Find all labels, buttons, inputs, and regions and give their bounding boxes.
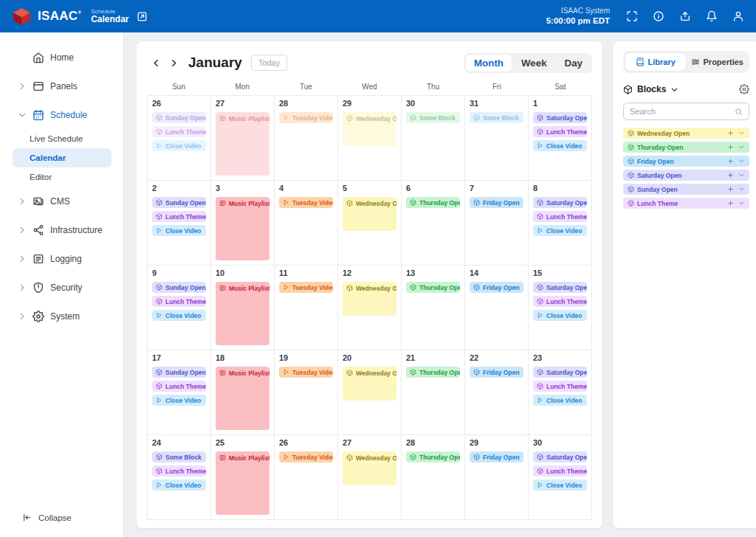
tab-library[interactable]: Library [625, 53, 686, 71]
calendar-day-cell[interactable]: 13Thursday Open [402, 266, 465, 350]
calendar-day-cell[interactable]: 10Music Playlist [211, 266, 275, 350]
event-chip-lunch-theme[interactable]: Lunch Theme [533, 211, 587, 222]
view-month-button[interactable]: Month [466, 55, 512, 72]
calendar-day-cell[interactable]: 29Wednesday Open [338, 96, 402, 181]
event-chip-close-video[interactable]: Close Video [533, 225, 587, 236]
calendar-day-cell[interactable]: 14Friday Open [465, 266, 529, 350]
calendar-day-cell[interactable]: 26Tuesday Video [275, 435, 338, 520]
expand-block-chevron-down-icon[interactable] [738, 186, 745, 193]
sidebar-item-panels[interactable]: Panels [0, 72, 123, 100]
search-input[interactable] [630, 107, 735, 116]
calendar-day-cell[interactable]: 17Sunday OpenLunch ThemeClose Video [148, 350, 211, 435]
calendar-day-cell[interactable]: 21Thursday Open [402, 350, 465, 435]
calendar-day-cell[interactable]: 20Wednesday Open [338, 350, 402, 435]
calendar-day-cell[interactable]: 26Sunday OpenLunch ThemeClose Video [148, 96, 211, 181]
sidebar-item-system[interactable]: System [0, 302, 123, 330]
calendar-day-cell[interactable]: 1Saturday OpenLunch ThemeClose Video [529, 96, 592, 181]
calendar-day-cell[interactable]: 2Sunday OpenLunch ThemeClose Video [148, 181, 211, 266]
add-block-plus-icon[interactable] [727, 130, 734, 136]
event-chip-lunch-theme[interactable]: Lunch Theme [152, 296, 206, 307]
calendar-day-cell[interactable]: 18Music Playlist [211, 350, 275, 435]
sidebar-item-cms[interactable]: CMS [0, 187, 123, 215]
sidebar-item-schedule[interactable]: Schedule [0, 100, 123, 129]
sidebar-subitem-editor[interactable]: Editor [0, 167, 123, 187]
expand-block-chevron-down-icon[interactable] [738, 172, 745, 179]
expand-block-chevron-down-icon[interactable] [738, 144, 745, 150]
library-block-lunch-theme[interactable]: Lunch Theme [623, 198, 749, 209]
event-chip-tuesday-video[interactable]: Tuesday Video [279, 112, 333, 123]
expand-block-chevron-down-icon[interactable] [738, 158, 745, 164]
view-week-button[interactable]: Week [513, 55, 555, 72]
event-chip-tuesday-video[interactable]: Tuesday Video [279, 282, 333, 293]
calendar-day-cell[interactable]: 27Wednesday Open [338, 435, 402, 520]
event-chip-wednesday-open[interactable]: Wednesday Open [343, 282, 396, 316]
add-block-plus-icon[interactable] [727, 186, 734, 193]
info-icon[interactable] [653, 10, 664, 22]
library-block-wednesday-open[interactable]: Wednesday Open [623, 128, 749, 139]
calendar-day-cell[interactable]: 3Music Playlist [211, 181, 275, 266]
calendar-day-cell[interactable]: 19Tuesday Video [275, 350, 338, 435]
add-block-plus-icon[interactable] [727, 158, 734, 164]
event-chip-wednesday-open[interactable]: Wednesday Open [343, 451, 396, 485]
calendar-day-cell[interactable]: 30Saturday OpenLunch ThemeClose Video [529, 435, 592, 520]
event-chip-close-video[interactable]: Close Video [533, 479, 587, 491]
add-block-plus-icon[interactable] [727, 144, 734, 150]
expand-block-chevron-down-icon[interactable] [738, 130, 745, 136]
event-chip-lunch-theme[interactable]: Lunch Theme [533, 126, 587, 137]
event-chip-lunch-theme[interactable]: Lunch Theme [152, 126, 206, 137]
calendar-day-cell[interactable]: 9Sunday OpenLunch ThemeClose Video [148, 266, 211, 350]
add-block-plus-icon[interactable] [727, 200, 734, 207]
calendar-day-cell[interactable]: 8Saturday OpenLunch ThemeClose Video [529, 181, 592, 266]
collapse-sidebar-button[interactable]: Collapse [0, 513, 123, 537]
calendar-day-cell[interactable]: 12Wednesday Open [338, 266, 402, 350]
library-block-thursday-open[interactable]: Thursday Open [623, 142, 749, 153]
calendar-day-cell[interactable]: 25Music Playlist [211, 435, 275, 520]
event-chip-wednesday-open[interactable]: Wednesday Open [343, 367, 396, 401]
event-chip-lunch-theme[interactable]: Lunch Theme [152, 465, 206, 477]
calendar-day-cell[interactable]: 31Some Block [465, 96, 529, 181]
open-in-new-icon[interactable] [137, 11, 148, 22]
sidebar-subitem-live-schedule[interactable]: Live Schedule [0, 129, 123, 148]
event-chip-wednesday-open[interactable]: Wednesday Open [343, 197, 396, 231]
calendar-day-cell[interactable]: 27Music Playlist [211, 96, 275, 181]
event-chip-some-block[interactable]: Some Block [470, 112, 523, 123]
event-chip-friday-open[interactable]: Friday Open [470, 197, 523, 208]
calendar-day-cell[interactable]: 22Friday Open [465, 350, 529, 435]
event-chip-saturday-open[interactable]: Saturday Open [533, 282, 587, 293]
calendar-day-cell[interactable]: 5Wednesday Open [338, 181, 402, 266]
add-block-plus-icon[interactable] [727, 172, 734, 179]
calendar-day-cell[interactable]: 30Some Block [402, 96, 465, 181]
event-chip-music-playlist[interactable]: Music Playlist [216, 451, 269, 515]
blocks-settings-gear-icon[interactable] [739, 84, 749, 94]
bell-icon[interactable] [706, 10, 718, 22]
view-day-button[interactable]: Day [557, 55, 591, 72]
today-button[interactable]: Today [251, 55, 287, 71]
fullscreen-icon[interactable] [626, 10, 638, 22]
event-chip-music-playlist[interactable]: Music Playlist [216, 282, 269, 345]
event-chip-tuesday-video[interactable]: Tuesday Video [279, 367, 333, 378]
calendar-day-cell[interactable]: 28Tuesday Video [275, 96, 338, 181]
event-chip-sunday-open[interactable]: Sunday Open [152, 112, 206, 123]
blocks-dropdown[interactable]: Blocks [623, 84, 678, 94]
sidebar-item-home[interactable]: Home [0, 43, 123, 72]
event-chip-thursday-open[interactable]: Thursday Open [406, 282, 460, 293]
event-chip-lunch-theme[interactable]: Lunch Theme [533, 465, 587, 477]
event-chip-close-video[interactable]: Close Video [533, 395, 587, 406]
calendar-day-cell[interactable]: 6Thursday Open [402, 181, 465, 266]
event-chip-lunch-theme[interactable]: Lunch Theme [152, 381, 206, 392]
event-chip-thursday-open[interactable]: Thursday Open [406, 367, 460, 378]
event-chip-some-block[interactable]: Some Block [406, 112, 460, 123]
event-chip-tuesday-video[interactable]: Tuesday Video [279, 451, 333, 462]
upload-icon[interactable] [679, 10, 691, 22]
event-chip-saturday-open[interactable]: Saturday Open [533, 197, 587, 208]
event-chip-lunch-theme[interactable]: Lunch Theme [152, 211, 206, 222]
library-block-saturday-open[interactable]: Saturday Open [623, 170, 749, 181]
event-chip-sunday-open[interactable]: Sunday Open [152, 282, 206, 293]
event-chip-close-video[interactable]: Close Video [152, 140, 206, 151]
event-chip-tuesday-video[interactable]: Tuesday Video [279, 197, 333, 208]
calendar-day-cell[interactable]: 11Tuesday Video [275, 266, 338, 350]
event-chip-music-playlist[interactable]: Music Playlist [216, 197, 269, 260]
event-chip-music-playlist[interactable]: Music Playlist [216, 112, 269, 176]
calendar-day-cell[interactable]: 23Saturday OpenLunch ThemeClose Video [529, 350, 592, 435]
event-chip-lunch-theme[interactable]: Lunch Theme [533, 296, 587, 307]
